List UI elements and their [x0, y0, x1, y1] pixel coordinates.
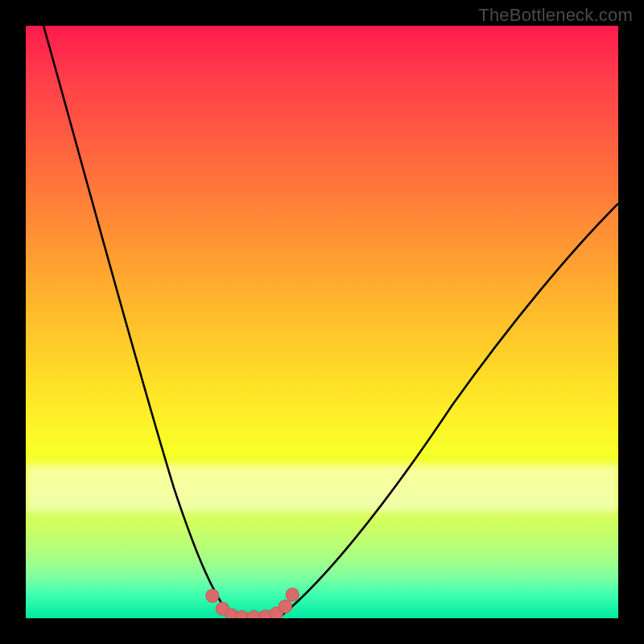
plot-area	[26, 26, 618, 618]
svg-point-7	[279, 600, 291, 613]
curve-right	[280, 204, 618, 617]
chart-frame: TheBottleneck.com	[0, 0, 644, 644]
svg-point-4	[247, 610, 260, 618]
svg-point-0	[206, 589, 219, 602]
curve-layer	[26, 26, 618, 618]
curve-left	[43, 26, 230, 617]
svg-point-8	[286, 588, 299, 601]
watermark-text: TheBottleneck.com	[478, 5, 633, 26]
